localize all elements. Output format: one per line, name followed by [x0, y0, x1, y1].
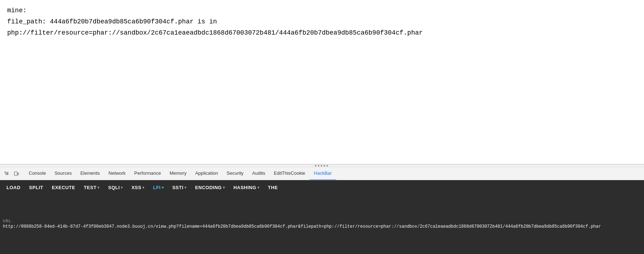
hackbar-split-button[interactable]: SPLIT: [26, 183, 47, 192]
hackbar-test-button[interactable]: TEST ▾: [80, 183, 103, 192]
hackbar-sqli-button[interactable]: SQLI ▾: [105, 183, 127, 192]
content-line-1: mine:: [7, 6, 637, 15]
drag-handle-indicator: [315, 165, 329, 166]
lfi-dropdown-arrow: ▾: [162, 186, 164, 190]
hackbar-xss-button[interactable]: XSS ▾: [128, 183, 148, 192]
devtools-inspect-icon[interactable]: [1, 169, 12, 179]
tab-memory[interactable]: Memory: [165, 167, 191, 180]
content-line-2: file_path: 444a6fb20b7dbea9db85ca6b90f30…: [7, 17, 637, 27]
tab-security[interactable]: Security: [222, 167, 248, 180]
tab-performance[interactable]: Performance: [130, 167, 165, 180]
hackbar-url-value: http://0988b258-84ed-414b-87d7-4f3f00eb3…: [3, 224, 641, 230]
tab-editthiscookie[interactable]: EditThisCookie: [269, 167, 309, 180]
hackbar-bottom-area: URL http://0988b258-84ed-414b-87d7-4f3f0…: [0, 195, 644, 254]
content-line-3: php://filter/resource=phar://sandbox/2c6…: [7, 28, 637, 38]
devtools-device-icon[interactable]: [12, 169, 22, 179]
devtools-tab-bar: Console Sources Elements Network Perform…: [0, 167, 644, 180]
hashing-dropdown-arrow: ▾: [257, 186, 260, 190]
devtools-panel: Console Sources Elements Network Perform…: [0, 164, 644, 254]
svg-rect-1: [18, 173, 19, 175]
tab-network[interactable]: Network: [104, 167, 130, 180]
tab-hackbar[interactable]: HackBar: [310, 167, 336, 180]
tab-application[interactable]: Application: [191, 167, 223, 180]
svg-rect-0: [14, 172, 17, 175]
sqli-dropdown-arrow: ▾: [121, 186, 123, 190]
hackbar-ssti-button[interactable]: SSTI ▾: [169, 183, 190, 192]
xss-dropdown-arrow: ▾: [142, 186, 145, 190]
devtools-icon-group: [1, 169, 22, 179]
browser-content-area: mine: file_path: 444a6fb20b7dbea9db85ca6…: [0, 0, 644, 164]
hackbar-hashing-button[interactable]: HASHING ▾: [230, 183, 263, 192]
tab-audits[interactable]: Audits: [248, 167, 269, 180]
tab-elements[interactable]: Elements: [76, 167, 104, 180]
encoding-dropdown-arrow: ▾: [223, 186, 225, 190]
tab-sources[interactable]: Sources: [50, 167, 76, 180]
tab-console[interactable]: Console: [24, 167, 50, 180]
hackbar-url-area[interactable]: URL http://0988b258-84ed-414b-87d7-4f3f0…: [0, 195, 644, 254]
hackbar-lfi-button[interactable]: LFI ▾: [150, 183, 168, 192]
devtools-drag-handle[interactable]: [0, 164, 644, 167]
hackbar-encoding-button[interactable]: ENCODING ▾: [192, 183, 229, 192]
hackbar-execute-button[interactable]: EXECUTE: [48, 183, 79, 192]
hackbar-the-button[interactable]: THE: [264, 183, 282, 192]
hackbar-toolbar: LOAD SPLIT EXECUTE TEST ▾ SQLI ▾ XSS ▾ L…: [0, 180, 644, 195]
ssti-dropdown-arrow: ▾: [184, 186, 187, 190]
hackbar-load-button[interactable]: LOAD: [3, 183, 24, 192]
hackbar-url-label: URL: [3, 219, 641, 223]
test-dropdown-arrow: ▾: [97, 186, 100, 190]
